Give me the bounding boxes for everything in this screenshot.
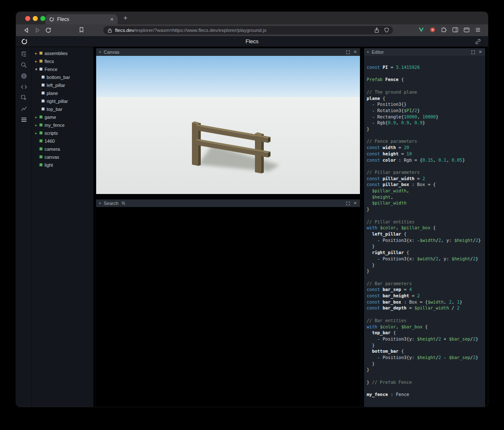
code-line xyxy=(367,311,485,317)
tree-item-flecs[interactable]: ▸flecs xyxy=(32,57,93,65)
expand-arrow-icon[interactable]: ▸ xyxy=(35,123,39,127)
code-line: - Position3{} xyxy=(367,101,485,108)
tree-item-bottom_bar[interactable]: bottom_bar xyxy=(32,73,93,81)
entity-color-dot xyxy=(39,139,42,142)
code-line: // Fence parameters xyxy=(367,138,485,144)
code-line: with $color, $pillar_box { xyxy=(367,225,485,231)
code-line: - Rectangle{10000, 10000} xyxy=(367,114,485,120)
panel-drag-dot[interactable] xyxy=(99,51,101,53)
tree-item-light[interactable]: light xyxy=(32,161,93,169)
tree-item-label: plane xyxy=(47,91,58,96)
browser-tab[interactable]: Flecs ✕ xyxy=(45,14,118,24)
code-line: } xyxy=(367,206,485,212)
code-line: with $color, $bar_box { xyxy=(367,324,485,330)
entity-color-dot xyxy=(39,131,42,134)
tree-item-top_bar[interactable]: top_bar xyxy=(32,105,93,113)
editor-expand-button[interactable] xyxy=(471,50,475,54)
reload-button[interactable] xyxy=(45,26,52,34)
browser-window: Flecs ✕ + flecs.dev/explorer/?wasm=https… xyxy=(16,12,488,407)
canvas-expand-button[interactable] xyxy=(346,50,350,54)
tree-item-plane[interactable]: plane xyxy=(32,89,93,97)
tree-item-canvas[interactable]: canvas xyxy=(32,153,93,161)
expand-arrow-icon[interactable]: ▸ xyxy=(35,115,39,119)
expand-arrow-icon[interactable]: ▸ xyxy=(35,59,39,63)
url-domain: flecs.dev xyxy=(115,28,134,33)
sky xyxy=(96,56,360,97)
expand-icon xyxy=(346,50,350,54)
tab-close-icon[interactable]: ✕ xyxy=(110,17,114,22)
editor-code[interactable]: const PI = 3.1415926 Prefab Fence { // T… xyxy=(364,56,485,407)
forward-button[interactable] xyxy=(34,26,41,34)
bookmark-button[interactable] xyxy=(78,26,86,34)
tree-item-left_pillar[interactable]: left_pillar xyxy=(32,81,93,89)
fullscreen-window-button[interactable] xyxy=(40,16,45,21)
tree-item-label: bottom_bar xyxy=(47,75,70,80)
sidebar-toggle-button[interactable] xyxy=(452,26,459,34)
globe-icon xyxy=(21,73,27,79)
scripts-button[interactable] xyxy=(21,84,27,90)
tree-item-right_pillar[interactable]: right_pillar xyxy=(32,97,93,105)
expand-arrow-icon[interactable]: ▸ xyxy=(35,51,39,55)
search-expand-button[interactable] xyxy=(346,202,350,205)
code-line: left_pillar { xyxy=(367,231,485,237)
vue-devtools-extension-button[interactable] xyxy=(418,26,425,34)
editor-panel-header[interactable]: Editor ✕ xyxy=(364,48,485,56)
vue-logo-icon xyxy=(418,26,425,33)
code-line: const PI = 3.1415926 xyxy=(367,64,485,71)
tree-item-Fence[interactable]: ▾Fence xyxy=(32,65,93,73)
search-panel-header[interactable]: Search ✕ xyxy=(96,199,360,207)
tree-item-my_fence[interactable]: ▸my_fence xyxy=(32,121,93,129)
share-link-button[interactable] xyxy=(475,38,481,45)
inspector-icon xyxy=(21,94,27,101)
explorer-main: ▸assemblies▸flecs▾Fencebottom_barleft_pi… xyxy=(16,47,488,407)
tree-item-label: right_pillar xyxy=(47,99,68,104)
url-text: flecs.dev/explorer/?wasm=https://www.fle… xyxy=(115,28,266,33)
forward-icon xyxy=(36,28,39,32)
panel-title: Editor xyxy=(372,50,384,55)
wallet-icon xyxy=(463,26,470,33)
bookmark-icon xyxy=(78,26,85,33)
code-line: plane { xyxy=(367,95,485,102)
extension-badge-button[interactable] xyxy=(429,26,437,34)
minimize-window-button[interactable] xyxy=(33,16,38,21)
back-icon xyxy=(25,28,28,32)
tables-button[interactable] xyxy=(21,116,27,123)
tree-item-1460[interactable]: 1460 xyxy=(32,137,93,145)
code-line: const bar_height = 2 xyxy=(367,293,485,299)
query-search-button[interactable] xyxy=(21,62,27,68)
code-line: } // Prefab Fence xyxy=(367,379,485,385)
canvas-panel-header[interactable]: Canvas ✕ xyxy=(96,48,360,56)
tree-item-game[interactable]: ▸game xyxy=(32,113,93,121)
stats-icon xyxy=(21,105,27,112)
world-button[interactable] xyxy=(21,73,27,79)
close-window-button[interactable] xyxy=(25,16,30,21)
share-button[interactable] xyxy=(374,27,380,33)
expand-arrow-icon[interactable]: ▸ xyxy=(35,131,39,135)
search-close-button[interactable]: ✕ xyxy=(354,201,357,205)
extensions-button[interactable] xyxy=(441,26,448,34)
editor-close-button[interactable]: ✕ xyxy=(479,50,482,54)
search-glyph-icon xyxy=(121,201,126,205)
lock-icon xyxy=(107,28,113,33)
tree-view-button[interactable] xyxy=(21,51,27,58)
back-button[interactable] xyxy=(23,26,30,34)
inspector-button[interactable] xyxy=(21,94,27,101)
canvas-close-button[interactable]: ✕ xyxy=(354,50,357,54)
code-line: top_bar { xyxy=(367,330,485,336)
address-bar[interactable]: flecs.dev/explorer/?wasm=https://www.fle… xyxy=(103,26,393,34)
code-icon xyxy=(21,84,27,90)
tree-item-label: camera xyxy=(45,147,60,152)
browser-menu-button[interactable] xyxy=(475,26,482,34)
brave-shields-button[interactable] xyxy=(384,27,389,33)
new-tab-button[interactable]: + xyxy=(123,14,127,22)
expand-arrow-icon[interactable]: ▾ xyxy=(35,67,39,71)
panel-drag-dot[interactable] xyxy=(99,202,101,204)
code-line: } xyxy=(367,361,485,367)
tree-item-scripts[interactable]: ▸scripts xyxy=(32,129,93,137)
panel-drag-dot[interactable] xyxy=(367,51,369,53)
tree-item-assemblies[interactable]: ▸assemblies xyxy=(32,49,93,57)
wallet-button[interactable] xyxy=(463,26,471,34)
tree-item-camera[interactable]: camera xyxy=(32,145,93,153)
canvas-3d-view[interactable] xyxy=(96,56,360,194)
stats-button[interactable] xyxy=(21,105,27,112)
